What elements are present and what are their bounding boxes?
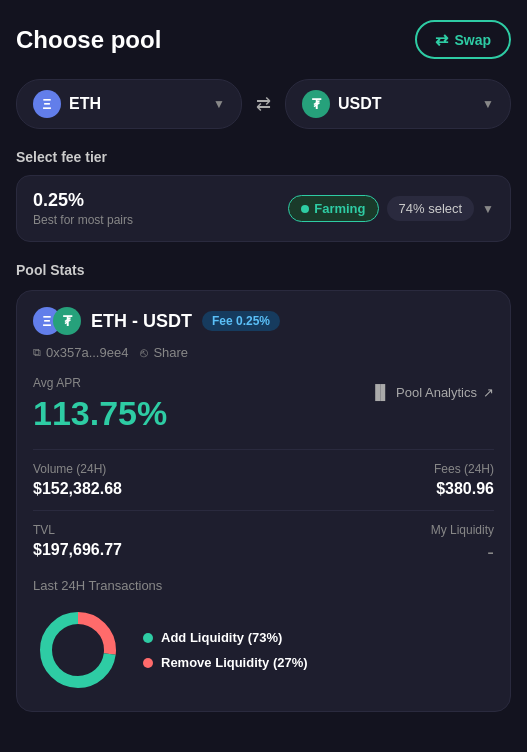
page-title: Choose pool [16,26,161,54]
swap-icon: ⇄ [435,30,448,49]
pool-address: ⧉ 0x357a...9ee4 [33,345,128,360]
fee-badges: Farming 74% select ▼ [288,195,494,222]
tvl-stat: TVL $197,696.77 [33,523,122,564]
tvl-label: TVL [33,523,122,537]
copy-icon[interactable]: ⧉ [33,346,41,359]
add-liquidity-dot [143,633,153,643]
remove-liquidity-legend: Remove Liquidity (27%) [143,655,308,670]
apr-info: Avg APR 113.75% [33,376,167,433]
token2-select[interactable]: ₮ USDT ▼ [285,79,511,129]
share-icon: ⎋ [140,345,148,360]
volume-value: $152,382.68 [33,480,122,498]
stats-divider [33,449,494,450]
transactions-section: Last 24H Transactions [33,578,494,695]
fee-info: 0.25% Best for most pairs [33,190,133,227]
pool-address-text: 0x357a...9ee4 [46,345,128,360]
transactions-chart-row: Add Liquidity (73%) Remove Liquidity (27… [33,605,494,695]
share-button[interactable]: ⎋ Share [140,345,188,360]
pool-analytics-button[interactable]: ▐▌ Pool Analytics ↗ [370,384,494,400]
fees-value: $380.96 [434,480,494,498]
chart-icon: ▐▌ [370,384,390,400]
token2-name: USDT [338,95,474,113]
pool-header: Ξ ₮ ETH - USDT Fee 0.25% [33,307,494,335]
fees-label: Fees (24H) [434,462,494,476]
fee-tag: Fee 0.25% [202,311,280,331]
add-liquidity-label: Add Liquidity (73%) [161,630,282,645]
tvl-divider [33,510,494,511]
pool-name: ETH - USDT [91,311,192,332]
usdt-icon: ₮ [302,90,330,118]
select-badge: 74% select [387,196,475,221]
volume-label: Volume (24H) [33,462,122,476]
app-container: Choose pool ⇄ Swap Ξ ETH ▼ ⇄ ₮ USDT ▼ Se… [0,0,527,752]
apr-value: 113.75% [33,394,167,433]
remove-liquidity-label: Remove Liquidity (27%) [161,655,308,670]
swap-arrows-icon[interactable]: ⇄ [252,89,275,119]
share-label: Share [153,345,188,360]
pool-card: Ξ ₮ ETH - USDT Fee 0.25% ⧉ 0x357a...9ee4… [16,290,511,712]
fee-percentage: 0.25% [33,190,133,211]
token1-chevron-icon: ▼ [213,97,225,111]
swap-button[interactable]: ⇄ Swap [415,20,511,59]
apr-label: Avg APR [33,376,167,390]
my-liquidity-label: My Liquidity [431,523,494,537]
fee-tier-section-label: Select fee tier [16,149,511,165]
fee-tier-box: 0.25% Best for most pairs Farming 74% se… [16,175,511,242]
farming-dot-icon [301,205,309,213]
farming-label: Farming [314,201,365,216]
pool-stats-section: Pool Stats Ξ ₮ ETH - USDT Fee 0.25% ⧉ 0x… [16,262,511,712]
pool-usdt-icon: ₮ [53,307,81,335]
fees-stat: Fees (24H) $380.96 [434,462,494,498]
apr-row: Avg APR 113.75% ▐▌ Pool Analytics ↗ [33,376,494,433]
pool-stats-section-label: Pool Stats [16,262,511,278]
swap-label: Swap [454,32,491,48]
farming-badge: Farming [288,195,378,222]
pool-analytics-label: Pool Analytics [396,385,477,400]
add-liquidity-legend: Add Liquidity (73%) [143,630,308,645]
remove-liquidity-dot [143,658,153,668]
eth-icon: Ξ [33,90,61,118]
transactions-legend: Add Liquidity (73%) Remove Liquidity (27… [143,630,308,670]
fee-chevron-icon[interactable]: ▼ [482,202,494,216]
volume-fees-row: Volume (24H) $152,382.68 Fees (24H) $380… [33,462,494,498]
tvl-row: TVL $197,696.77 My Liquidity - [33,523,494,564]
token1-select[interactable]: Ξ ETH ▼ [16,79,242,129]
transactions-label: Last 24H Transactions [33,578,494,593]
my-liquidity-stat: My Liquidity - [431,523,494,564]
volume-stat: Volume (24H) $152,382.68 [33,462,122,498]
external-link-icon: ↗ [483,385,494,400]
token1-name: ETH [69,95,205,113]
my-liquidity-value: - [431,541,494,564]
donut-chart [33,605,123,695]
header: Choose pool ⇄ Swap [16,20,511,59]
token2-chevron-icon: ▼ [482,97,494,111]
pool-icons: Ξ ₮ [33,307,81,335]
tvl-value: $197,696.77 [33,541,122,559]
token-selectors: Ξ ETH ▼ ⇄ ₮ USDT ▼ [16,79,511,129]
pool-address-row: ⧉ 0x357a...9ee4 ⎋ Share [33,345,494,360]
fee-description: Best for most pairs [33,213,133,227]
